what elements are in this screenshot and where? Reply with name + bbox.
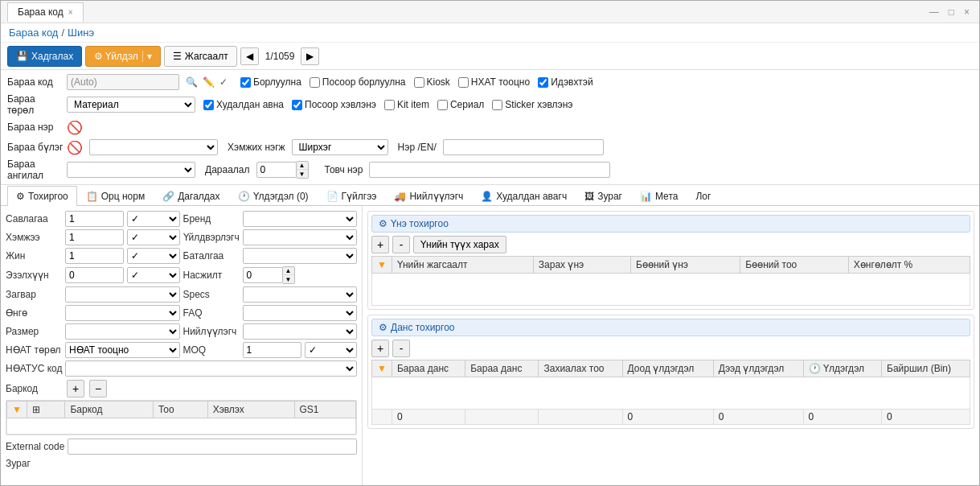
tab-orts-norm[interactable]: 📋 Орц норм — [77, 186, 154, 206]
baraa-torol-select[interactable]: Материал — [67, 97, 195, 113]
tab-close-icon[interactable]: × — [68, 8, 73, 17]
daraalal-input[interactable] — [256, 162, 297, 178]
price-filter-col[interactable]: ▼ — [372, 257, 392, 274]
account-remove-button[interactable]: - — [392, 340, 410, 357]
price-col-list[interactable]: Үнийн жагсаалт — [392, 257, 533, 274]
window-tab[interactable]: Бараа код × — [7, 2, 84, 22]
price-col-boonih-too[interactable]: Бөөний тоо — [740, 257, 848, 274]
list-button[interactable]: ☰ Жагсаалт — [164, 46, 237, 67]
barcode-col-gs1[interactable]: GS1 — [294, 402, 356, 418]
tab-niilugulech[interactable]: 🚚 Нийлүүлэгч — [385, 186, 472, 206]
tab-guilgee[interactable]: 📄 Гүйлгээ — [318, 186, 386, 206]
account-col-dood[interactable]: Доод үлдэгдэл — [622, 360, 713, 377]
tab-uldegdel[interactable]: 🕐 Үлдэгдэл (0) — [229, 186, 318, 206]
save-button[interactable]: 💾 Хадгалах — [7, 46, 82, 67]
jin-input[interactable] — [65, 248, 124, 264]
baraa-angilal-select[interactable] — [67, 162, 195, 178]
razmer-select[interactable] — [65, 323, 180, 340]
tovch-ner-input[interactable] — [369, 162, 610, 178]
minimize-icon[interactable]: — — [926, 6, 942, 18]
baraa-kod-input[interactable] — [67, 74, 179, 90]
account-col-deed[interactable]: Дээд үлдэгдэл — [713, 360, 803, 377]
action-button[interactable]: ⚙ Үйлдэл ▾ — [85, 46, 161, 67]
action-dropdown-arrow[interactable]: ▾ — [142, 51, 152, 62]
nasjilt-up[interactable]: ▲ — [283, 267, 294, 275]
close-icon[interactable]: × — [961, 6, 973, 18]
ezelhiun-input[interactable] — [65, 267, 124, 283]
batalga-select[interactable] — [243, 248, 358, 264]
checkbox-nhat[interactable]: НХАТ тооцно — [458, 76, 530, 88]
tab-meta[interactable]: 📊 Мета — [631, 186, 687, 206]
account-filter-col[interactable]: ▼ — [372, 360, 392, 377]
account-add-button[interactable]: + — [371, 340, 389, 357]
uildwerlech-select[interactable] — [243, 229, 357, 245]
zagwar-select[interactable] — [65, 286, 180, 303]
prev-button[interactable]: ◀ — [240, 47, 259, 65]
checkbox-kit-item[interactable]: Kit item — [384, 99, 429, 110]
baraa-buleg-error-icon[interactable]: 🚫 — [67, 140, 83, 155]
total-col-5: 0 — [803, 410, 881, 425]
hemjee-input[interactable] — [65, 229, 124, 245]
daraalal-down[interactable]: ▼ — [297, 170, 308, 178]
tab-log[interactable]: Лог — [687, 186, 720, 206]
barcode-col-barcode[interactable]: Баркод — [65, 402, 154, 418]
baraa-buleg-select[interactable] — [89, 139, 218, 155]
moq-input[interactable] — [243, 342, 301, 358]
barcode-col-too[interactable]: Тоо — [153, 402, 207, 418]
hemjee-unit-select[interactable]: ✓ — [127, 229, 179, 245]
checkbox-kiosk[interactable]: Kiosk — [414, 76, 450, 88]
account-col-uldegdel[interactable]: 🕐 Үлдэгдэл — [803, 360, 881, 377]
edit-icon[interactable]: ✏️ — [201, 76, 216, 89]
niilugulech-select[interactable] — [243, 323, 358, 340]
external-code-input[interactable] — [68, 439, 357, 455]
checkbox-borluulna[interactable]: Борлуулна — [240, 76, 301, 88]
brand-select[interactable] — [243, 211, 358, 227]
price-col-zarah[interactable]: Зарах үнэ — [533, 257, 630, 274]
nhat-torol-select[interactable]: НӨАТ тооцно — [65, 342, 180, 358]
breadcrumb-link[interactable]: Бараа код — [9, 27, 58, 39]
nasjilt-down[interactable]: ▼ — [283, 275, 294, 283]
sawlagaa-unit-select[interactable]: ✓ — [127, 211, 179, 227]
check-icon[interactable]: ✓ — [218, 76, 229, 89]
list-tab-icon: 📋 — [86, 191, 98, 202]
checkbox-idewhtei[interactable]: Идэвхтэй — [538, 76, 593, 88]
checkbox-sticker[interactable]: Sticker хэвлэнэ — [492, 99, 572, 110]
account-col-zahialah[interactable]: Захиалах тоо — [539, 360, 622, 377]
nhat-us-kod-select[interactable] — [65, 360, 357, 377]
price-col-hüngelelt[interactable]: Хөнгөлөлт % — [848, 257, 970, 274]
barcode-col-hewleh[interactable]: Хэвлэх — [207, 402, 294, 418]
maximize-icon[interactable]: □ — [945, 6, 957, 18]
tab-tohirgoo[interactable]: ⚙ Тохиргоо — [7, 186, 77, 206]
price-history-button[interactable]: Үнийн түүх харах — [413, 236, 506, 253]
tab-dagaldah[interactable]: 🔗 Дагалдах — [154, 186, 228, 206]
faq-select[interactable] — [243, 305, 358, 321]
next-button[interactable]: ▶ — [301, 47, 319, 65]
moq-unit-select[interactable]: ✓ — [305, 342, 357, 358]
checkbox-hudaldaj-awa[interactable]: Худалдан авна — [203, 99, 284, 110]
account-col-dans1[interactable]: Бараа данс — [392, 360, 465, 377]
nasjilt-input[interactable] — [243, 267, 283, 283]
price-add-button[interactable]: + — [371, 236, 389, 253]
tab-hudaldaj-avgach[interactable]: 👤 Худалдан авагч — [472, 186, 576, 206]
specs-select[interactable] — [243, 286, 358, 303]
tab-zurag[interactable]: 🖼 Зураг — [576, 186, 631, 206]
price-col-boonih-une[interactable]: Бөөний үнэ — [631, 257, 740, 274]
baraa-ner-error-icon[interactable]: 🚫 — [67, 120, 83, 135]
ezelhiun-unit-select[interactable]: ✓ — [127, 267, 179, 283]
checkbox-posoor-borluulna[interactable]: Посоор борлуулна — [310, 76, 406, 88]
checkbox-posoor-hewlene[interactable]: Посоор хэвлэнэ — [292, 99, 376, 110]
search-icon[interactable]: 🔍 — [184, 76, 199, 89]
jin-unit-select[interactable]: ✓ — [127, 248, 179, 264]
ner-en-input[interactable] — [443, 139, 604, 155]
account-col-dans2[interactable]: Бараа данс — [465, 360, 539, 377]
daraalal-up[interactable]: ▲ — [297, 162, 308, 170]
sawlagaa-input[interactable] — [65, 211, 124, 227]
barcode-col-filter[interactable]: ▼ — [7, 402, 27, 418]
unge-select[interactable] — [65, 305, 180, 321]
price-remove-button[interactable]: - — [392, 236, 410, 253]
account-col-bin[interactable]: Байршил (Bin) — [882, 360, 970, 377]
barcode-remove-button[interactable]: − — [89, 380, 107, 397]
hemjiin-negj-select[interactable]: Ширхэг — [292, 139, 388, 155]
barcode-add-button[interactable]: + — [67, 380, 84, 397]
checkbox-serial[interactable]: Сериал — [437, 99, 484, 110]
